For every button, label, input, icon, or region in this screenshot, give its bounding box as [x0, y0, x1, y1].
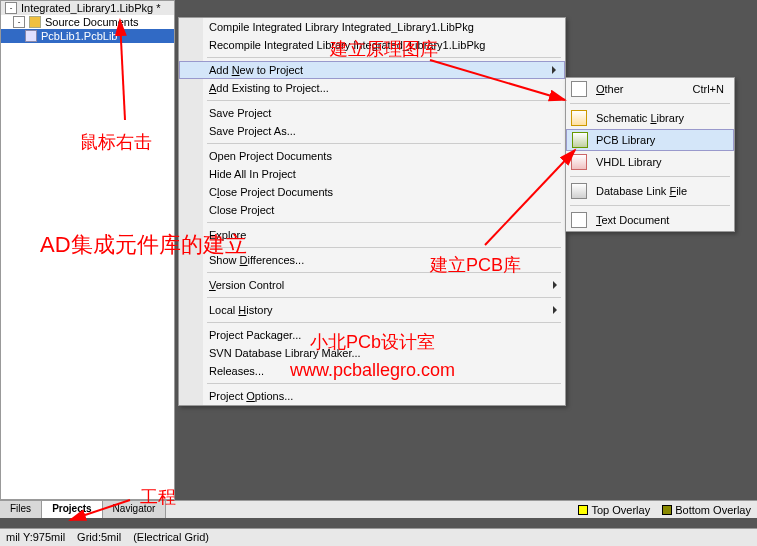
tree-file-label: PcbLib1.PcbLib: [41, 30, 117, 42]
menu-separator: [207, 57, 561, 58]
tree-file-item[interactable]: PcbLib1.PcbLib: [1, 29, 174, 43]
menu-local-history[interactable]: Local History: [179, 301, 565, 319]
menu-recompile[interactable]: Recompile Integrated Library Integrated_…: [179, 36, 565, 54]
menu-options[interactable]: Project Options...: [179, 387, 565, 405]
menu-separator: [207, 100, 561, 101]
submenu-arrow-icon: [553, 306, 557, 314]
layer-bottom-overlay[interactable]: Bottom Overlay: [656, 501, 757, 518]
project-tree[interactable]: - Integrated_Library1.LibPkg * - Source …: [0, 0, 175, 500]
submenu-pcb-library[interactable]: PCB Library: [566, 129, 734, 151]
tree-folder-item[interactable]: - Source Documents: [1, 15, 174, 29]
submenu-text-document[interactable]: Text Document: [566, 209, 734, 231]
menu-svn[interactable]: SVN Database Library Maker...: [179, 344, 565, 362]
menu-packager[interactable]: Project Packager...: [179, 326, 565, 344]
menu-separator: [207, 143, 561, 144]
submenu-arrow-icon: [553, 281, 557, 289]
submenu-arrow-icon: [552, 66, 556, 74]
menu-hide-all[interactable]: Hide All In Project: [179, 165, 565, 183]
menu-open-docs[interactable]: Open Project Documents: [179, 147, 565, 165]
submenu-other[interactable]: OtherCtrl+N: [566, 78, 734, 100]
schematic-lib-icon: [571, 110, 587, 126]
submenu-vhdl-library[interactable]: VHDL Library: [566, 151, 734, 173]
status-grid: Grid:5mil: [77, 531, 121, 544]
menu-separator: [207, 222, 561, 223]
text-doc-icon: [571, 212, 587, 228]
tab-navigator[interactable]: Navigator: [103, 501, 167, 518]
expand-icon[interactable]: -: [5, 2, 17, 14]
tree-folder-label: Source Documents: [45, 16, 139, 28]
tab-projects[interactable]: Projects: [42, 501, 102, 518]
menu-close-docs[interactable]: Close Project Documents: [179, 183, 565, 201]
tree-root-item[interactable]: - Integrated_Library1.LibPkg *: [1, 1, 174, 15]
context-menu: Compile Integrated Library Integrated_Li…: [178, 17, 566, 406]
menu-add-new[interactable]: Add New to Project: [179, 61, 565, 79]
menu-compile[interactable]: Compile Integrated Library Integrated_Li…: [179, 18, 565, 36]
tree-root-label: Integrated_Library1.LibPkg *: [21, 2, 160, 14]
folder-icon: [29, 16, 41, 28]
menu-close[interactable]: Close Project: [179, 201, 565, 219]
submenu-schematic-library[interactable]: Schematic Library: [566, 107, 734, 129]
layer-top-overlay[interactable]: Top Overlay: [572, 501, 656, 518]
status-electrical-grid: (Electrical Grid): [133, 531, 209, 544]
status-bar: mil Y:975mil Grid:5mil (Electrical Grid): [0, 528, 757, 546]
pcb-lib-icon: [572, 132, 588, 148]
database-icon: [571, 183, 587, 199]
layer-tabs: Top Overlay Bottom Overlay: [175, 500, 757, 518]
menu-separator: [570, 176, 730, 177]
document-icon: [571, 81, 587, 97]
menu-explore[interactable]: Explore: [179, 226, 565, 244]
add-new-submenu: OtherCtrl+N Schematic Library PCB Librar…: [565, 77, 735, 232]
menu-version-control[interactable]: Version Control: [179, 276, 565, 294]
layer-swatch-icon: [662, 505, 672, 515]
menu-separator: [207, 383, 561, 384]
menu-save[interactable]: Save Project: [179, 104, 565, 122]
menu-separator: [570, 103, 730, 104]
menu-separator: [207, 272, 561, 273]
status-coords: mil Y:975mil: [6, 531, 65, 544]
pcblib-icon: [25, 30, 37, 42]
layer-swatch-icon: [578, 505, 588, 515]
expand-icon[interactable]: -: [13, 16, 25, 28]
menu-separator: [207, 297, 561, 298]
menu-save-as[interactable]: Save Project As...: [179, 122, 565, 140]
menu-releases[interactable]: Releases...: [179, 362, 565, 380]
vhdl-lib-icon: [571, 154, 587, 170]
menu-separator: [207, 322, 561, 323]
tab-files[interactable]: Files: [0, 501, 42, 518]
menu-separator: [570, 205, 730, 206]
menu-add-existing[interactable]: Add Existing to Project...: [179, 79, 565, 97]
menu-separator: [207, 247, 561, 248]
menu-show-diff[interactable]: Show Differences...: [179, 251, 565, 269]
submenu-database-link[interactable]: Database Link File: [566, 180, 734, 202]
